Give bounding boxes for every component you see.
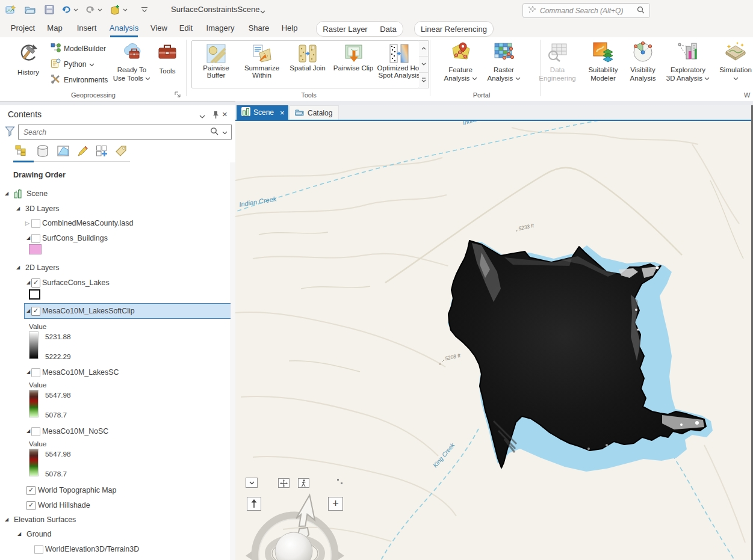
navigator-east-tab[interactable] bbox=[338, 551, 344, 560]
hillshade-checkbox[interactable]: ✓ bbox=[26, 501, 36, 510]
pane-chevron-icon[interactable] bbox=[199, 112, 205, 121]
ready-to-use-tools-button[interactable]: Ready To Use Tools bbox=[111, 40, 152, 82]
add-data-icon[interactable] bbox=[110, 4, 121, 15]
lakessc-checkbox[interactable] bbox=[31, 368, 40, 377]
collapse-navigator-button[interactable] bbox=[246, 478, 258, 488]
feature-analysis-button[interactable]: Feature Analysis bbox=[440, 40, 481, 82]
redo-dropdown-chevron-icon[interactable] bbox=[97, 4, 103, 15]
project-title-chevron-icon[interactable] bbox=[260, 7, 265, 16]
suitability-modeler-button[interactable]: Suitability Modeler bbox=[583, 40, 624, 82]
lakes-symbol-swatch[interactable] bbox=[29, 289, 40, 300]
tree-item-softclip[interactable]: ◢ ✓ MesaCo10M_LakesSoftClip bbox=[0, 304, 232, 318]
summarize-within-button[interactable]: Summarize Within bbox=[239, 43, 285, 79]
buildings-checkbox[interactable] bbox=[31, 234, 40, 243]
gallery-expand-button[interactable] bbox=[419, 73, 428, 88]
undo-icon[interactable] bbox=[61, 4, 72, 15]
tab-share[interactable]: Share bbox=[247, 19, 271, 37]
tree-item-3d-layers[interactable]: ◢ 3D Layers bbox=[0, 202, 232, 216]
tree-item-scene[interactable]: ◢ Scene bbox=[0, 186, 232, 201]
tree-item-terrain3d[interactable]: WorldElevation3D/Terrain3D bbox=[0, 542, 232, 556]
sparkle-icon bbox=[528, 5, 536, 16]
pairwise-clip-button[interactable]: Pairwise Clip bbox=[330, 43, 376, 72]
add-data-dropdown-chevron-icon[interactable] bbox=[122, 4, 128, 15]
history-button[interactable]: History bbox=[11, 40, 46, 76]
tab-edit[interactable]: Edit bbox=[177, 19, 195, 37]
modelbuilder-button[interactable]: ModelBuilder bbox=[51, 42, 106, 55]
pan-mode-button[interactable] bbox=[278, 478, 290, 488]
tab-imagery[interactable]: Imagery bbox=[205, 19, 236, 37]
tab-view[interactable]: View bbox=[149, 19, 169, 37]
tab-scene-view[interactable]: Scene × bbox=[237, 105, 288, 120]
tab-raster-layer[interactable]: Raster Layer bbox=[323, 25, 367, 34]
filter-icon[interactable] bbox=[5, 126, 15, 138]
softclip-color-ramp[interactable] bbox=[29, 331, 39, 359]
tree-item-surfacecons-lakes[interactable]: ◢ ✓ SurfaceCons_Lakes bbox=[0, 275, 232, 290]
open-project-icon[interactable] bbox=[25, 4, 36, 15]
redo-icon[interactable] bbox=[85, 4, 96, 15]
tab-editing[interactable] bbox=[75, 143, 90, 159]
environments-button[interactable]: Environments bbox=[51, 73, 108, 87]
tree-item-elevation-surfaces[interactable]: ◢ Elevation Surfaces bbox=[0, 512, 232, 527]
gallery-scroll-up-button[interactable] bbox=[419, 41, 428, 57]
tab-insert[interactable]: Insert bbox=[75, 19, 99, 37]
tree-item-world-hillshade[interactable]: ✓ World Hillshade bbox=[0, 498, 232, 512]
close-scene-tab-icon[interactable]: × bbox=[280, 108, 285, 117]
visibility-analysis-button[interactable]: Visibility Analysis bbox=[622, 40, 663, 82]
save-project-icon[interactable] bbox=[44, 4, 55, 15]
tree-item-lasd[interactable]: ▷ CombinedMesaCounty.lasd bbox=[0, 216, 232, 230]
tab-data[interactable]: Data bbox=[380, 25, 396, 34]
pane-pin-icon[interactable] bbox=[212, 110, 220, 121]
tree-item-world-topo[interactable]: ✓ World Topographic Map bbox=[0, 483, 232, 497]
command-search[interactable]: Command Search (Alt+Q) bbox=[522, 3, 650, 18]
visibility-analysis-icon bbox=[622, 41, 663, 64]
undo-dropdown-chevron-icon[interactable] bbox=[73, 4, 79, 15]
tab-project[interactable]: Project bbox=[10, 19, 36, 37]
simulation-button[interactable]: Simulation bbox=[715, 40, 753, 82]
project-title[interactable]: SurfaceConstraintsScene bbox=[171, 5, 259, 14]
raster-analysis-button[interactable]: Raster Analysis bbox=[483, 40, 524, 82]
tree-item-ground[interactable]: ◢ Ground bbox=[0, 527, 232, 541]
tree-item-lakessc[interactable]: ◢ MesaCo10M_LakesSC bbox=[0, 365, 232, 380]
expand-icon[interactable]: ◢ bbox=[5, 186, 8, 201]
navigator-west-tab[interactable] bbox=[246, 551, 252, 560]
tab-new-map[interactable] bbox=[94, 143, 110, 159]
tree-item-nosc[interactable]: ◢ MesaCo10M_NoSC bbox=[0, 424, 232, 438]
search-chevron-icon[interactable] bbox=[222, 128, 228, 137]
gallery-scroll-down-button[interactable] bbox=[419, 57, 428, 72]
topo-checkbox[interactable]: ✓ bbox=[26, 486, 36, 495]
tab-selection[interactable] bbox=[55, 143, 71, 159]
pairwise-buffer-button[interactable]: Pairwise Buffer bbox=[193, 43, 239, 79]
customize-quick-access-icon[interactable] bbox=[139, 4, 150, 15]
tab-catalog-view[interactable]: Catalog bbox=[290, 105, 339, 120]
tab-labeling[interactable] bbox=[113, 143, 129, 159]
walk-mode-button[interactable] bbox=[298, 478, 309, 488]
collapse-icon[interactable]: ▷ bbox=[25, 216, 29, 230]
lakessc-color-ramp[interactable] bbox=[29, 390, 39, 417]
buildings-symbol-swatch[interactable] bbox=[29, 244, 42, 254]
tab-linear-referencing[interactable]: Linear Referencing bbox=[421, 25, 487, 34]
scene-navigator[interactable] bbox=[244, 492, 352, 560]
new-project-icon[interactable] bbox=[5, 4, 16, 15]
tab-map[interactable]: Map bbox=[45, 19, 65, 37]
terrain3d-checkbox[interactable] bbox=[34, 545, 43, 554]
indian-creek-label-2: Indian Creek bbox=[462, 121, 497, 126]
tools-button[interactable]: Tools bbox=[153, 40, 182, 75]
tree-item-buildings[interactable]: ◢ SurfCons_Buildings bbox=[0, 231, 232, 245]
lasd-checkbox[interactable] bbox=[31, 219, 40, 228]
lakes-checkbox[interactable]: ✓ bbox=[31, 278, 40, 288]
softclip-checkbox[interactable]: ✓ bbox=[31, 307, 40, 316]
nosc-checkbox[interactable] bbox=[31, 427, 40, 436]
tab-help[interactable]: Help bbox=[279, 19, 300, 37]
nosc-color-ramp[interactable] bbox=[29, 449, 39, 476]
pane-close-icon[interactable]: × bbox=[222, 109, 228, 119]
tree-item-2d-layers[interactable]: ◢ 2D Layers bbox=[0, 260, 232, 275]
exploratory-3d-analysis-button[interactable]: Exploratory 3D Analysis bbox=[666, 40, 710, 82]
contents-search[interactable]: Search bbox=[18, 125, 232, 140]
optimized-hot-spot-button[interactable]: Optimized Hot Spot Analysis bbox=[376, 43, 422, 79]
python-button[interactable]: Python bbox=[51, 58, 95, 71]
spatial-join-button[interactable]: Spatial Join bbox=[285, 43, 330, 72]
tab-drawing-order[interactable] bbox=[13, 143, 29, 159]
tab-data-source[interactable] bbox=[35, 143, 51, 159]
tab-analysis[interactable]: Analysis bbox=[108, 19, 140, 37]
geoprocessing-launcher-icon[interactable] bbox=[174, 91, 181, 100]
